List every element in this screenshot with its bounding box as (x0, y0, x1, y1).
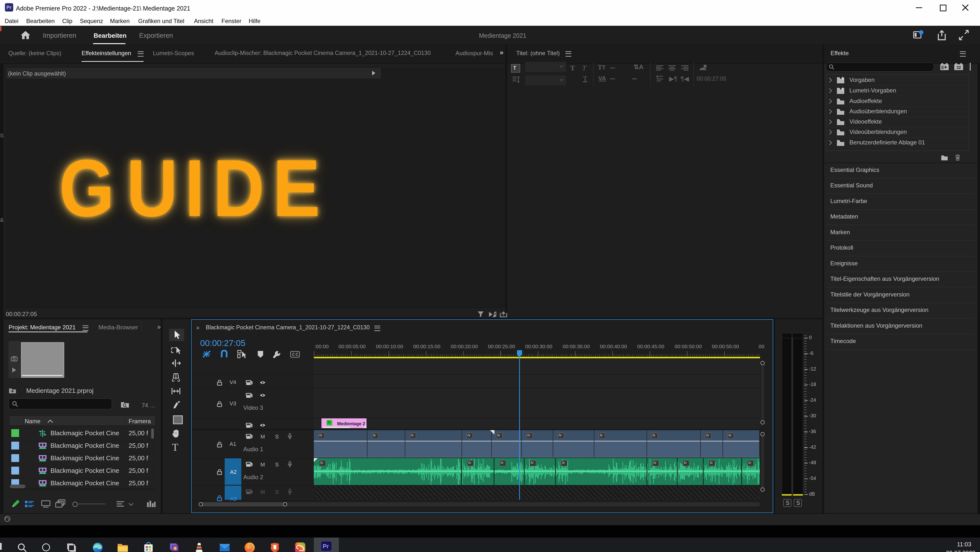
svg-text:32: 32 (956, 65, 961, 70)
